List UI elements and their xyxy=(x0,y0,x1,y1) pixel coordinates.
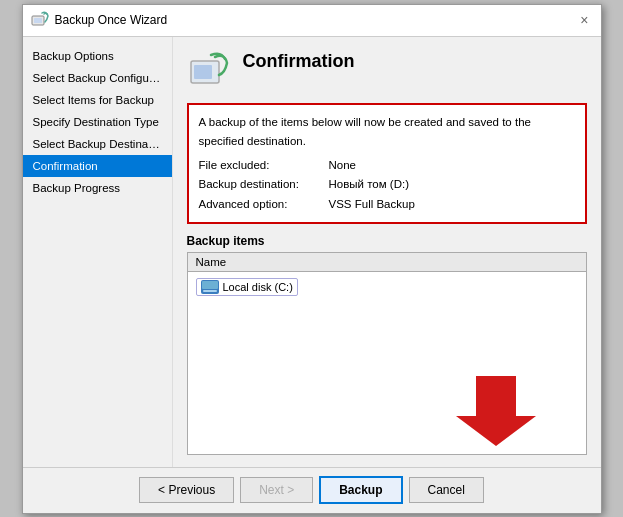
disk-icon xyxy=(201,280,219,294)
sidebar: Backup Options Select Backup Configurat.… xyxy=(23,37,173,467)
info-label-advanced: Advanced option: xyxy=(199,195,329,215)
backup-items-section: Backup items Name Local disk (C:) xyxy=(187,234,587,454)
window-title: Backup Once Wizard xyxy=(55,13,577,27)
sidebar-item-backup-progress[interactable]: Backup Progress xyxy=(23,177,172,199)
info-value-excluded: None xyxy=(329,156,357,176)
wizard-icon xyxy=(31,11,49,29)
svg-rect-5 xyxy=(202,281,218,289)
disk-item: Local disk (C:) xyxy=(196,278,298,296)
close-button[interactable]: × xyxy=(576,12,592,28)
info-intro: A backup of the items below will now be … xyxy=(199,113,575,152)
backup-button[interactable]: Backup xyxy=(319,476,402,504)
info-value-destination: Новый том (D:) xyxy=(329,175,410,195)
footer: < Previous Next > Backup Cancel xyxy=(23,467,601,513)
sidebar-item-confirmation[interactable]: Confirmation xyxy=(23,155,172,177)
content-area: Backup Options Select Backup Configurat.… xyxy=(23,37,601,467)
backup-items-table: Name Local disk (C:) xyxy=(187,252,587,454)
sidebar-item-backup-destination[interactable]: Select Backup Destination xyxy=(23,133,172,155)
info-row-advanced: Advanced option: VSS Full Backup xyxy=(199,195,575,215)
backup-items-label: Backup items xyxy=(187,234,587,248)
page-title: Confirmation xyxy=(243,49,355,72)
sidebar-item-backup-options[interactable]: Backup Options xyxy=(23,45,172,67)
arrow-indicator xyxy=(456,376,536,446)
info-value-advanced: VSS Full Backup xyxy=(329,195,415,215)
next-button[interactable]: Next > xyxy=(240,477,313,503)
cancel-button[interactable]: Cancel xyxy=(409,477,484,503)
header-section: Confirmation xyxy=(187,49,587,93)
sidebar-item-destination-type[interactable]: Specify Destination Type xyxy=(23,111,172,133)
svg-rect-3 xyxy=(194,65,212,79)
info-label-excluded: File excluded: xyxy=(199,156,329,176)
info-row-destination: Backup destination: Новый том (D:) xyxy=(199,175,575,195)
previous-button[interactable]: < Previous xyxy=(139,477,234,503)
disk-name: Local disk (C:) xyxy=(223,281,293,293)
confirmation-icon xyxy=(187,49,231,93)
main-content: Confirmation A backup of the items below… xyxy=(173,37,601,467)
svg-rect-1 xyxy=(34,18,42,23)
sidebar-item-backup-config[interactable]: Select Backup Configurat... xyxy=(23,67,172,89)
sidebar-item-select-items[interactable]: Select Items for Backup xyxy=(23,89,172,111)
title-bar: Backup Once Wizard × xyxy=(23,5,601,37)
svg-rect-6 xyxy=(203,290,217,292)
table-body: Local disk (C:) xyxy=(188,272,586,302)
info-label-destination: Backup destination: xyxy=(199,175,329,195)
table-row[interactable]: Local disk (C:) xyxy=(196,276,578,298)
table-header-name: Name xyxy=(188,253,586,272)
info-row-excluded: File excluded: None xyxy=(199,156,575,176)
svg-marker-7 xyxy=(456,376,536,446)
wizard-window: Backup Once Wizard × Backup Options Sele… xyxy=(22,4,602,514)
info-box: A backup of the items below will now be … xyxy=(187,103,587,225)
